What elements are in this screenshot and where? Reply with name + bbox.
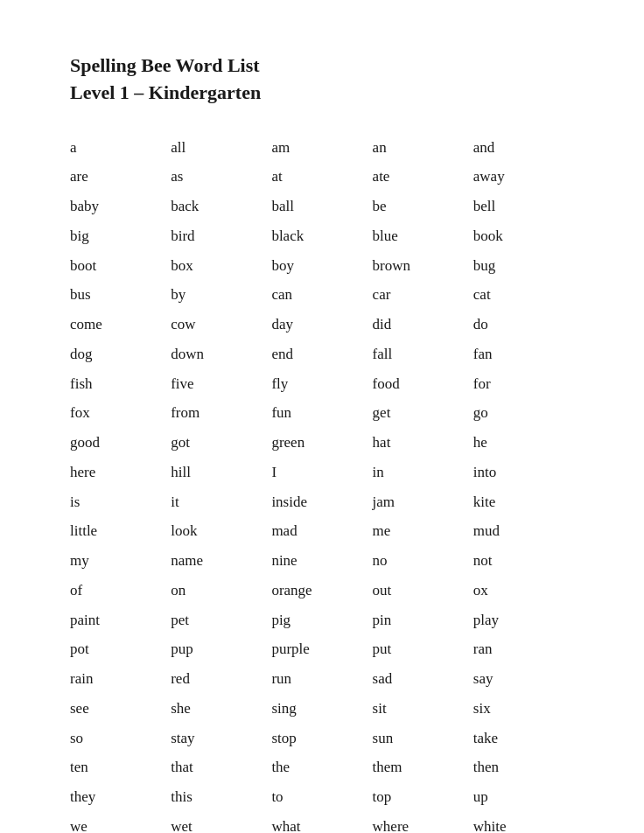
word-cell: mud xyxy=(473,516,574,546)
word-cell: rain xyxy=(70,664,171,694)
word-cell: stay xyxy=(171,724,271,753)
word-cell: no xyxy=(373,546,473,576)
word-cell: away xyxy=(473,162,574,192)
word-cell: back xyxy=(171,192,271,221)
word-cell: pot xyxy=(70,634,171,664)
word-cell: book xyxy=(473,221,574,251)
word-cell: we xyxy=(70,812,171,833)
word-cell: she xyxy=(171,694,271,724)
word-cell: take xyxy=(473,724,574,753)
word-cell: see xyxy=(70,694,171,724)
word-cell: am xyxy=(271,133,372,163)
word-cell: pig xyxy=(271,606,372,635)
word-cell: white xyxy=(473,812,574,833)
word-cell: hat xyxy=(373,428,473,458)
word-cell: out xyxy=(373,576,473,606)
word-cell: he xyxy=(473,428,574,458)
word-cell: bird xyxy=(171,221,271,251)
word-cell: fly xyxy=(271,369,372,399)
word-cell: paint xyxy=(70,606,171,635)
word-cell: top xyxy=(373,782,473,812)
word-cell: stop xyxy=(271,724,372,753)
word-cell: me xyxy=(373,516,473,546)
word-cell: of xyxy=(70,576,171,606)
word-cell: cat xyxy=(473,280,574,310)
word-cell: did xyxy=(373,310,473,340)
word-cell: them xyxy=(373,752,473,782)
word-cell: orange xyxy=(271,576,372,606)
word-cell: food xyxy=(373,369,473,399)
word-cell: all xyxy=(171,133,271,163)
word-cell: my xyxy=(70,546,171,576)
word-cell: is xyxy=(70,487,171,517)
word-cell: this xyxy=(171,782,271,812)
word-cell: are xyxy=(70,162,171,192)
word-cell: inside xyxy=(271,487,372,517)
word-cell: sing xyxy=(271,694,372,724)
word-grid: aallamanandareasatateawaybabybackballbeb… xyxy=(70,133,574,833)
word-cell: into xyxy=(473,458,574,487)
word-cell: day xyxy=(271,310,372,340)
word-cell: ate xyxy=(373,162,473,192)
word-cell: brown xyxy=(373,251,473,281)
word-cell: I xyxy=(271,458,372,487)
word-cell: fox xyxy=(70,398,171,428)
word-cell: end xyxy=(271,340,372,369)
word-cell: can xyxy=(271,280,372,310)
word-cell: red xyxy=(171,664,271,694)
word-cell: go xyxy=(473,398,574,428)
word-cell: the xyxy=(271,752,372,782)
word-cell: mad xyxy=(271,516,372,546)
word-cell: dog xyxy=(70,340,171,369)
word-cell: as xyxy=(171,162,271,192)
word-cell: so xyxy=(70,724,171,753)
word-cell: got xyxy=(171,428,271,458)
word-cell: pup xyxy=(171,634,271,664)
word-cell: ten xyxy=(70,752,171,782)
word-cell: and xyxy=(473,133,574,163)
word-cell: boy xyxy=(271,251,372,281)
word-cell: hill xyxy=(171,458,271,487)
word-cell: say xyxy=(473,664,574,694)
word-cell: pin xyxy=(373,606,473,635)
word-cell: they xyxy=(70,782,171,812)
word-cell: up xyxy=(473,782,574,812)
word-cell: nine xyxy=(271,546,372,576)
page-container: Spelling Bee Word List Level 1 – Kinderg… xyxy=(70,52,574,833)
word-cell: bell xyxy=(473,192,574,221)
word-cell: for xyxy=(473,369,574,399)
word-cell: it xyxy=(171,487,271,517)
word-cell: what xyxy=(271,812,372,833)
word-cell: a xyxy=(70,133,171,163)
word-cell: six xyxy=(473,694,574,724)
word-cell: put xyxy=(373,634,473,664)
word-cell: by xyxy=(171,280,271,310)
word-cell: green xyxy=(271,428,372,458)
word-cell: blue xyxy=(373,221,473,251)
word-cell: at xyxy=(271,162,372,192)
word-cell: jam xyxy=(373,487,473,517)
word-cell: fan xyxy=(473,340,574,369)
word-cell: that xyxy=(171,752,271,782)
word-cell: where xyxy=(373,812,473,833)
word-cell: little xyxy=(70,516,171,546)
word-cell: then xyxy=(473,752,574,782)
word-cell: good xyxy=(70,428,171,458)
word-cell: in xyxy=(373,458,473,487)
word-cell: on xyxy=(171,576,271,606)
word-cell: down xyxy=(171,340,271,369)
word-cell: purple xyxy=(271,634,372,664)
word-cell: wet xyxy=(171,812,271,833)
word-cell: come xyxy=(70,310,171,340)
word-cell: fall xyxy=(373,340,473,369)
word-cell: bus xyxy=(70,280,171,310)
word-cell: kite xyxy=(473,487,574,517)
word-cell: sun xyxy=(373,724,473,753)
word-cell: baby xyxy=(70,192,171,221)
word-cell: box xyxy=(171,251,271,281)
word-cell: fish xyxy=(70,369,171,399)
word-cell: here xyxy=(70,458,171,487)
word-cell: big xyxy=(70,221,171,251)
word-cell: ox xyxy=(473,576,574,606)
word-cell: sit xyxy=(373,694,473,724)
